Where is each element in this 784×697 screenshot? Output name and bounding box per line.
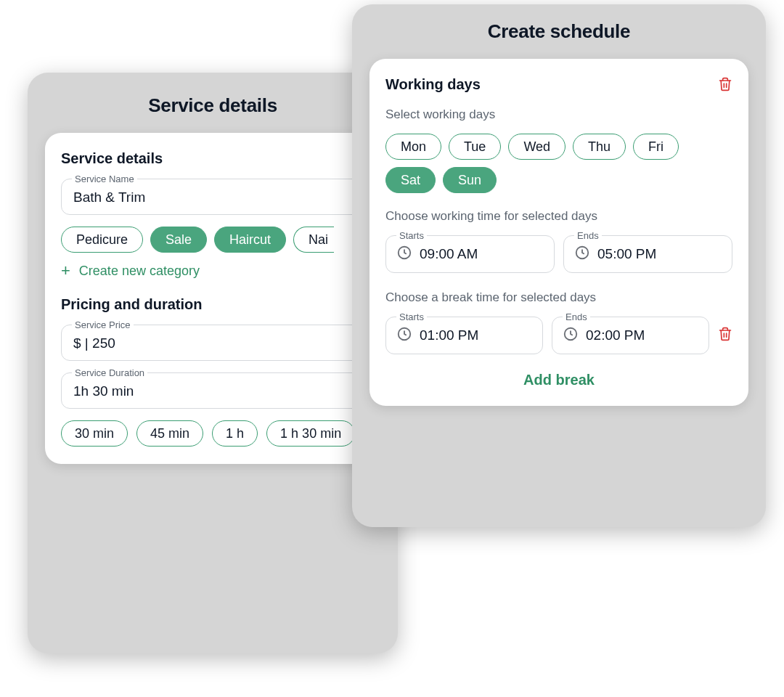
category-chip-sale[interactable]: Sale	[150, 227, 207, 253]
day-chip-wed[interactable]: Wed	[508, 134, 565, 160]
clock-icon	[563, 326, 579, 345]
create-schedule-title: Create schedule	[369, 20, 748, 43]
category-chip-nail[interactable]: Nai	[293, 227, 334, 253]
break-starts-label: Starts	[396, 311, 427, 322]
working-days-title: Working days	[385, 76, 481, 93]
break-ends-value: 02:00 PM	[586, 327, 645, 343]
day-chip-mon[interactable]: Mon	[385, 134, 441, 160]
delete-break-button[interactable]	[718, 326, 732, 345]
service-price-label: Service Price	[72, 319, 134, 330]
working-ends-label: Ends	[574, 230, 602, 241]
create-schedule-card: Working days Select working days Mon Tue…	[369, 59, 748, 406]
create-category-button[interactable]: + Create new category	[61, 263, 364, 279]
service-name-value: Bath & Trim	[73, 187, 352, 205]
service-duration-label: Service Duration	[72, 367, 147, 378]
break-starts-input[interactable]: Starts 01:00 PM	[385, 317, 543, 354]
plus-icon: +	[61, 263, 70, 279]
working-starts-label: Starts	[396, 230, 427, 241]
clock-icon	[396, 326, 412, 345]
working-starts-value: 09:00 AM	[420, 246, 478, 262]
break-time-row: Starts 01:00 PM Ends 02:00 PM	[385, 317, 732, 354]
working-time-subtitle: Choose working time for selected days	[385, 209, 732, 224]
service-details-panel: Service details Service details Service …	[28, 73, 398, 653]
break-starts-value: 01:00 PM	[420, 327, 478, 343]
working-ends-input[interactable]: Ends 05:00 PM	[563, 235, 732, 273]
service-name-label: Service Name	[72, 174, 137, 184]
break-ends-input[interactable]: Ends 02:00 PM	[552, 317, 709, 354]
duration-chips-row: 30 min 45 min 1 h 1 h 30 min 2	[61, 420, 364, 447]
day-chip-sun[interactable]: Sun	[443, 167, 497, 193]
trash-icon	[718, 326, 732, 345]
day-chip-tue[interactable]: Tue	[449, 134, 501, 160]
break-time-subtitle: Choose a break time for selected days	[385, 290, 732, 305]
trash-icon	[718, 76, 732, 95]
service-details-section-title: Service details	[61, 150, 364, 167]
service-name-input[interactable]: Service Name Bath & Trim	[61, 179, 364, 215]
category-chip-pedicure[interactable]: Pedicure	[61, 227, 143, 253]
clock-icon	[396, 245, 412, 264]
working-time-row: Starts 09:00 AM Ends 05:00 PM	[385, 235, 732, 273]
day-chip-thu[interactable]: Thu	[573, 134, 626, 160]
service-price-input[interactable]: Service Price $ | 250	[61, 325, 364, 361]
category-chips-row: Pedicure Sale Haircut Nai	[61, 227, 364, 253]
duration-chip-1h30min[interactable]: 1 h 30 min	[266, 420, 355, 447]
working-ends-value: 05:00 PM	[597, 246, 656, 262]
category-chip-haircut[interactable]: Haircut	[214, 227, 286, 253]
service-details-card: Service details Service Name Bath & Trim…	[45, 133, 380, 464]
duration-chip-30min[interactable]: 30 min	[61, 420, 128, 447]
duration-chip-1h[interactable]: 1 h	[212, 420, 258, 447]
add-break-button[interactable]: Add break	[385, 372, 732, 388]
day-chip-sat[interactable]: Sat	[385, 167, 436, 193]
day-chip-fri[interactable]: Fri	[633, 134, 679, 160]
break-ends-label: Ends	[563, 311, 590, 322]
service-price-value: $ | 250	[73, 333, 352, 351]
delete-schedule-button[interactable]	[718, 76, 732, 95]
days-row: Mon Tue Wed Thu Fri Sat Sun	[385, 134, 732, 193]
create-category-label: Create new category	[79, 264, 200, 279]
service-duration-input[interactable]: Service Duration 1h 30 min	[61, 372, 364, 409]
working-starts-input[interactable]: Starts 09:00 AM	[385, 235, 555, 273]
service-duration-value: 1h 30 min	[73, 380, 352, 399]
clock-icon	[574, 245, 590, 264]
service-details-title: Service details	[45, 94, 380, 117]
duration-chip-45min[interactable]: 45 min	[136, 420, 203, 447]
create-schedule-panel: Create schedule Working days Select work…	[352, 4, 766, 527]
pricing-section-title: Pricing and duration	[61, 296, 364, 313]
select-days-subtitle: Select working days	[385, 107, 732, 122]
